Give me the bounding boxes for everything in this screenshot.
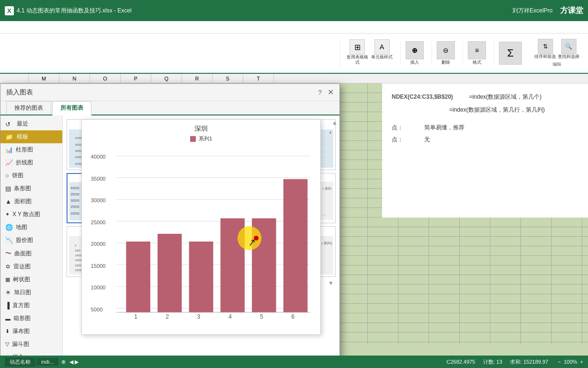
histogram-icon: ▐ (5, 302, 10, 309)
insert-label: 插入 (410, 59, 419, 66)
dialog-titlebar: 插入图表 ? ✕ (0, 84, 339, 101)
col-N: N (59, 74, 90, 83)
ribbon-group-insert: ⊕ 插入 (400, 41, 429, 66)
sidebar-item-area[interactable]: ▲ 面积图 (0, 195, 62, 208)
sidebar-item-funnel[interactable]: ▽ 漏斗图 (0, 338, 62, 351)
waterfall-label: 瀑布图 (12, 327, 30, 335)
line-label: 折线图 (16, 159, 33, 167)
treemap-label: 树状图 (13, 276, 30, 284)
sidebar-item-column[interactable]: 📊 柱形图 (0, 143, 62, 156)
sheet-tab-1[interactable]: 动态名称 (5, 357, 35, 367)
svg-text:0: 0 (75, 244, 77, 247)
svg-rect-118 (126, 242, 150, 312)
large-chart-preview: 深圳 系列1 40000 35000 30000 25000 20000 150… (81, 119, 321, 335)
formula-cell: NDEX(C24:C33,$B$20) (392, 93, 453, 100)
sidebar-item-radar[interactable]: ✡ 雷达图 (0, 260, 62, 273)
column-icon: 📊 (5, 146, 13, 153)
sidebar-item-template[interactable]: 📁 模板 (0, 130, 62, 143)
ribbon-group-format: ≡ 格式 (463, 41, 491, 66)
pie-icon: ○ (5, 172, 9, 179)
point2-row: 点： 无 (392, 136, 578, 144)
preview-legend: 系列1 (87, 135, 316, 142)
zoom-in-btn[interactable]: + (580, 359, 583, 365)
svg-text:1: 1 (134, 313, 137, 320)
svg-text:20000: 20000 (75, 264, 82, 267)
svg-rect-120 (189, 242, 214, 312)
sidebar-item-map[interactable]: 🌐 地图 (0, 221, 62, 234)
svg-text:5: 5 (260, 313, 263, 320)
sidebar-item-surface[interactable]: 〜 曲面图 (0, 247, 62, 260)
sidebar-item-sunburst[interactable]: ☀ 旭日图 (0, 286, 62, 299)
sidebar-item-treemap[interactable]: ▦ 树状图 (0, 273, 62, 286)
sheet-nav[interactable]: ◀ ▶ (69, 359, 79, 365)
find-label: 查找和选择 (558, 54, 579, 59)
sunburst-label: 旭日图 (14, 288, 31, 297)
svg-text:20000: 20000 (91, 241, 106, 247)
spreadsheet-body: NDEX(C24:C33,$B$20) =index(数据源区域，第几个) =i… (0, 83, 588, 344)
excel-titlebar: X 4.1 动态图表的常用抽函数及技巧.xlsx - Excel 刘万祥Exce… (0, 0, 588, 21)
delete-btn[interactable]: ⊖ 删除 (437, 41, 455, 66)
col-headers-row: M N O P Q R S T (0, 74, 588, 83)
col-O: O (90, 74, 121, 83)
find-btn[interactable]: 🔍 查找和选择 (558, 39, 579, 59)
sidebar-item-scatter[interactable]: ✦ X Y 散点图 (0, 208, 62, 221)
cell-style-btn[interactable]: A 单元格样式 (371, 39, 393, 65)
insert-btn[interactable]: ⊕ 插入 (406, 41, 424, 66)
svg-text:25000: 25000 (70, 205, 79, 208)
point2-value: 无 (424, 136, 430, 144)
cell-ref: C2682.4975 (447, 359, 475, 365)
radar-icon: ✡ (5, 263, 11, 270)
svg-text:2: 2 (166, 313, 169, 320)
tab-all[interactable]: 所有图表 (52, 101, 91, 115)
svg-text:20000: 20000 (70, 212, 79, 215)
svg-text:10000: 10000 (91, 285, 106, 290)
sort-label: 排序和筛选 (534, 54, 556, 59)
sheet-tab-2[interactable]: indi... (36, 358, 58, 366)
style-buttons: ⊞ 套用表格格式 A 单元格样式 (345, 39, 393, 65)
ribbon-content: ⊞ 套用表格格式 A 单元格样式 ⊕ 插入 ⊖ 删除 ≡ (0, 34, 588, 73)
svg-rect-123 (283, 179, 308, 312)
surface-icon: 〜 (5, 249, 11, 258)
ribbon: ⊞ 套用表格格式 A 单元格样式 ⊕ 插入 ⊖ 删除 ≡ (0, 21, 588, 74)
sidebar-item-line[interactable]: 📈 折线图 (0, 156, 62, 169)
ribbon-group-sigma: Σ (494, 42, 527, 65)
area-icon: ▲ (5, 198, 11, 205)
chart-type-sidebar: ↺ 最近 📁 模板 📊 柱形图 📈 折线图 ○ 饼图 (0, 115, 63, 368)
point1-value: 简单易懂，推荐 (424, 124, 464, 132)
recent-label: 最近 (17, 120, 28, 128)
svg-rect-119 (158, 234, 182, 312)
zoom-btn[interactable]: − (558, 359, 561, 365)
pie-label: 饼图 (12, 172, 23, 180)
dialog-help-btn[interactable]: ? (318, 89, 322, 96)
sidebar-item-pie[interactable]: ○ 饼图 (0, 169, 62, 182)
table-format-btn[interactable]: ⊞ 套用表格格式 (345, 39, 369, 65)
template-label: 模板 (17, 133, 28, 141)
dialog-close-btn[interactable]: ✕ (328, 88, 334, 97)
treemap-icon: ▦ (5, 276, 10, 283)
sidebar-item-recent[interactable]: ↺ 最近 (0, 117, 62, 130)
area-label: 面积图 (14, 197, 32, 206)
sort-btn[interactable]: ⇅ 排序和筛选 (534, 39, 556, 59)
sum-stat: 求和: 152189.97 (510, 358, 548, 366)
sigma-btn[interactable]: Σ (499, 42, 522, 65)
svg-text:25000: 25000 (75, 269, 82, 272)
sidebar-item-waterfall[interactable]: ⬇ 瀑布图 (0, 325, 62, 338)
ribbon-group-style: ⊞ 套用表格格式 A 单元格样式 (340, 39, 397, 67)
format-label: 格式 (473, 59, 481, 66)
sheet-add-btn[interactable]: ⊕ (61, 359, 66, 365)
histogram-label: 直方图 (12, 301, 30, 310)
sidebar-item-stock[interactable]: 📉 股价图 (0, 234, 62, 247)
format-btn[interactable]: ≡ 格式 (468, 41, 486, 66)
sidebar-item-histogram[interactable]: ▐ 直方图 (0, 299, 62, 312)
svg-text:30000: 30000 (91, 197, 106, 203)
point1-label: 点： (392, 124, 420, 132)
formula-ref: NDEX(C24:C33,$B$20) =index(数据源区域，第几个) (392, 93, 578, 101)
svg-text:25000: 25000 (91, 219, 106, 225)
brand-logo: 方课堂 (560, 6, 583, 16)
tab-recommended[interactable]: 推荐的图表 (6, 101, 51, 115)
bar-label: 条形图 (14, 184, 31, 193)
zoom-level: 100% (564, 359, 577, 365)
sidebar-item-box[interactable]: ▬ 箱形图 (0, 312, 62, 325)
sidebar-item-bar[interactable]: ▤ 条形图 (0, 182, 62, 195)
svg-text:4: 4 (228, 313, 232, 320)
